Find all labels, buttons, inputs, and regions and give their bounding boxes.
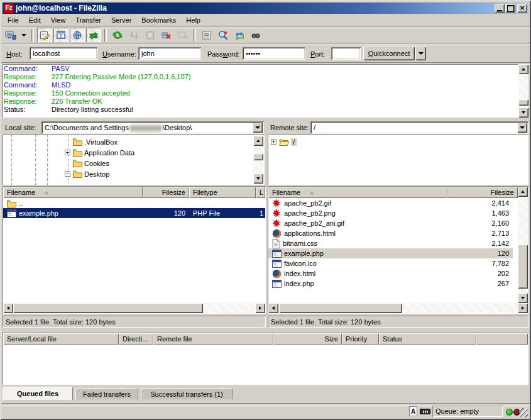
minimize-button[interactable] bbox=[495, 4, 505, 13]
menu-item-edit[interactable]: Edit bbox=[24, 15, 46, 25]
scroll-right-button[interactable] bbox=[255, 303, 265, 313]
remote-col-filename[interactable]: Filename bbox=[268, 187, 447, 198]
tree-item-desktop[interactable]: −Desktop bbox=[65, 169, 109, 179]
menu-item-transfer[interactable]: Transfer bbox=[70, 15, 106, 25]
file-row-applications-html[interactable]: applications.html2,713 bbox=[268, 228, 513, 238]
local-col-l[interactable]: L bbox=[256, 187, 265, 198]
toggle-local-tree-button[interactable] bbox=[53, 28, 68, 42]
scroll-up-button[interactable] bbox=[518, 64, 528, 74]
file-cell: 2,414 bbox=[447, 198, 513, 208]
scroll-up-button[interactable] bbox=[518, 187, 528, 197]
quickconnect-button[interactable]: Quickconnect bbox=[363, 47, 415, 60]
remote-hscrollbar[interactable] bbox=[268, 303, 528, 313]
resize-grip[interactable] bbox=[519, 408, 528, 417]
filezilla-window: Fz john@localhost - FileZilla × FileEdit… bbox=[0, 0, 531, 420]
queue-col-priority[interactable]: Priority bbox=[342, 333, 379, 345]
file-row-bitnami-css[interactable]: bitnami.css2,142 bbox=[268, 238, 513, 248]
scroll-down-button[interactable] bbox=[518, 293, 528, 303]
queue-col-server-local-file[interactable]: Server/Local file bbox=[3, 333, 119, 345]
collapse-icon[interactable]: − bbox=[65, 171, 70, 177]
scroll-down-button[interactable] bbox=[253, 174, 263, 184]
queue-col-directi-[interactable]: Directi... bbox=[119, 333, 153, 345]
site-manager-button[interactable] bbox=[3, 28, 18, 42]
remote-col-filesize[interactable]: Filesize bbox=[447, 187, 518, 198]
menu-item-file[interactable]: File bbox=[3, 15, 24, 25]
tree-item--virtualbox[interactable]: .VirtualBox bbox=[65, 136, 118, 147]
title-bar[interactable]: Fz john@localhost - FileZilla × bbox=[3, 3, 528, 14]
scroll-left-button[interactable] bbox=[268, 303, 278, 313]
local-path-combo[interactable]: C:\Documents and Settings\Desktop\ bbox=[41, 121, 264, 134]
tab-failed-transfers[interactable]: Failed transfers bbox=[75, 388, 138, 399]
scroll-right-button[interactable] bbox=[518, 303, 528, 313]
local-col-filetype[interactable]: Filetype bbox=[189, 187, 256, 198]
expand-icon[interactable]: + bbox=[65, 150, 70, 155]
scroll-thumb[interactable] bbox=[518, 99, 528, 106]
synchronized-browsing-button[interactable] bbox=[232, 28, 247, 42]
username-label: Username: bbox=[102, 50, 136, 58]
username-input[interactable] bbox=[138, 47, 201, 60]
file-row-apache-pb2-png[interactable]: apache_pb2.png1,463 bbox=[268, 208, 513, 218]
toggle-transfer-queue-button[interactable] bbox=[86, 28, 101, 42]
expand-icon[interactable]: + bbox=[271, 139, 276, 145]
tree-guide bbox=[47, 135, 48, 185]
quickconnect-dropdown-button[interactable] bbox=[415, 47, 426, 60]
local-col-filesize[interactable]: Filesize bbox=[143, 187, 189, 198]
tab-queued-files[interactable]: Queued files bbox=[3, 387, 73, 400]
queue-col-filler[interactable] bbox=[476, 333, 528, 345]
log-scrollbar[interactable] bbox=[518, 64, 528, 118]
scroll-thumb[interactable] bbox=[279, 303, 402, 313]
file-cell bbox=[189, 198, 256, 208]
image-file-icon bbox=[272, 209, 282, 218]
toolbar-separator bbox=[104, 29, 107, 41]
file-row-example-php[interactable]: example.php120 bbox=[268, 248, 513, 258]
scroll-thumb[interactable] bbox=[253, 153, 263, 160]
local-hscrollbar[interactable] bbox=[3, 303, 265, 313]
file-row-apache-pb2-gif[interactable]: apache_pb2.gif2,414 bbox=[268, 198, 513, 208]
tree-item-root[interactable]: +/ bbox=[271, 136, 297, 147]
file-row-example-php[interactable]: example.php120PHP File1 bbox=[3, 208, 265, 218]
file-row-favicon-ico[interactable]: favicon.ico7,782 bbox=[268, 258, 513, 268]
remote-path-dropdown-button[interactable] bbox=[517, 123, 527, 133]
find-files-button[interactable] bbox=[248, 28, 263, 42]
remote-path-combo[interactable]: / bbox=[310, 121, 528, 134]
toggle-message-log-icon bbox=[40, 30, 50, 40]
directory-listing-filters-button[interactable] bbox=[199, 28, 214, 42]
site-manager-dropdown-button[interactable] bbox=[19, 28, 28, 42]
refresh-button[interactable] bbox=[110, 28, 125, 42]
toggle-remote-tree-button[interactable] bbox=[70, 28, 85, 42]
scroll-down-button[interactable] bbox=[518, 108, 528, 118]
directory-comparison-button[interactable] bbox=[216, 28, 231, 42]
queue-col-size[interactable]: Size bbox=[273, 333, 342, 345]
file-row--[interactable]: .. bbox=[3, 198, 265, 208]
minimize-icon bbox=[497, 10, 502, 11]
queue-col-status[interactable]: Status bbox=[379, 333, 476, 345]
scroll-left-button[interactable] bbox=[3, 303, 13, 313]
port-input[interactable] bbox=[331, 47, 361, 60]
queue-col-remote-file[interactable]: Remote file bbox=[153, 333, 273, 345]
transfer-queue-panel: Server/Local fileDirecti...Remote fileSi… bbox=[3, 333, 528, 385]
scroll-up-button[interactable] bbox=[253, 136, 263, 146]
password-input[interactable] bbox=[243, 47, 305, 60]
local-col-filename[interactable]: Filename bbox=[3, 187, 143, 198]
remote-vscrollbar[interactable] bbox=[518, 187, 528, 303]
scroll-thumb[interactable] bbox=[518, 245, 528, 289]
file-row-index-html[interactable]: index.html202 bbox=[268, 268, 513, 279]
toggle-message-log-button[interactable] bbox=[37, 28, 52, 42]
menu-item-bookmarks[interactable]: Bookmarks bbox=[136, 15, 181, 25]
menu-item-server[interactable]: Server bbox=[106, 15, 136, 25]
close-button[interactable]: × bbox=[517, 4, 527, 13]
tab-successful-transfers-1-[interactable]: Successful transfers (1) bbox=[141, 388, 233, 399]
tree-item-cookies[interactable]: Cookies bbox=[65, 158, 109, 169]
file-row-index-php[interactable]: index.php267 bbox=[268, 279, 513, 289]
disconnect-button[interactable] bbox=[159, 28, 174, 42]
local-tree-scrollbar[interactable] bbox=[253, 136, 263, 184]
scroll-thumb[interactable] bbox=[13, 303, 203, 313]
local-status-text: Selected 1 file. Total size: 120 bytes bbox=[3, 316, 266, 328]
menu-item-view[interactable]: View bbox=[46, 15, 71, 25]
menu-item-help[interactable]: Help bbox=[181, 15, 205, 25]
local-path-dropdown-button[interactable] bbox=[253, 123, 263, 133]
tree-item-application-data[interactable]: +Application Data bbox=[65, 147, 134, 158]
file-row-apache-pb2-ani-gif[interactable]: apache_pb2_ani.gif2,160 bbox=[268, 218, 513, 228]
host-input[interactable] bbox=[30, 47, 97, 60]
maximize-button[interactable] bbox=[505, 4, 515, 13]
